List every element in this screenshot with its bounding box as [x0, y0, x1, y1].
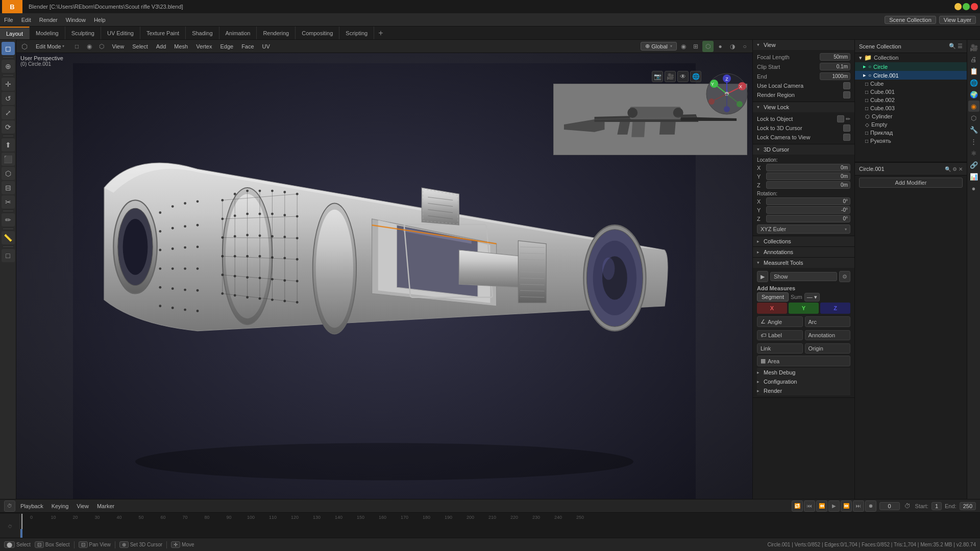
output-props-icon[interactable]: 🖨: [968, 54, 979, 65]
jump-start-btn[interactable]: ⏮: [804, 500, 815, 512]
view-layer-selector[interactable]: View Layer: [939, 16, 976, 24]
timeline-editor-type[interactable]: ⏱: [4, 500, 15, 512]
segment-btn[interactable]: Segment: [757, 292, 789, 302]
annotations-header[interactable]: ▸ Annotations: [753, 247, 854, 257]
outliner-rukoyat[interactable]: □ Рукоять: [855, 137, 967, 145]
render-region-toggle[interactable]: [843, 91, 850, 98]
gizmo-btn[interactable]: ⊞: [690, 41, 701, 52]
close-button[interactable]: [971, 3, 978, 10]
lock-to-object-toggle[interactable]: [837, 115, 844, 122]
end-frame-input[interactable]: 250: [960, 502, 976, 510]
select-tool-button[interactable]: ◻: [2, 42, 15, 55]
scene-selector[interactable]: Scene Collection: [885, 16, 936, 24]
lock-to-object-picker[interactable]: ✏: [846, 116, 850, 122]
tab-texture-paint[interactable]: Texture Paint: [140, 27, 186, 39]
outliner-filter-icon[interactable]: 🔍: [949, 43, 956, 49]
minimize-button[interactable]: [954, 3, 962, 10]
record-btn[interactable]: ⏺: [865, 500, 876, 512]
outliner-scene-collection[interactable]: ▾ 📁 Collection: [855, 53, 967, 62]
focal-length-value[interactable]: 50mm: [820, 53, 850, 61]
modifier-props-icon[interactable]: 🔧: [968, 124, 979, 135]
play-btn[interactable]: ▶: [828, 500, 840, 512]
measureit-play-btn[interactable]: ▶: [757, 271, 768, 282]
uv-menu[interactable]: UV: [259, 41, 273, 52]
cursor-z-value[interactable]: 0m: [766, 181, 850, 189]
menu-edit[interactable]: Edit: [17, 13, 35, 26]
jump-end-btn[interactable]: ⏭: [853, 500, 864, 512]
tab-compositing[interactable]: Compositing: [296, 27, 339, 39]
mesh-menu[interactable]: Mesh: [171, 41, 191, 52]
navigation-gizmo[interactable]: X Y Z: [704, 71, 750, 117]
scene-props-icon[interactable]: 🌐: [968, 77, 979, 88]
data-props-icon[interactable]: 📊: [968, 171, 979, 182]
arc-btn[interactable]: Arc: [805, 316, 851, 327]
cursor-x-value[interactable]: 0m: [766, 164, 850, 171]
angle-btn[interactable]: ∠ Angle: [757, 316, 803, 327]
edge-menu[interactable]: Edge: [217, 41, 236, 52]
particles-props-icon[interactable]: ⋮: [968, 136, 979, 147]
camera-icon[interactable]: 📷: [652, 71, 663, 82]
tab-shading[interactable]: Shading: [186, 27, 219, 39]
lock-camera-to-view-toggle[interactable]: [843, 134, 850, 141]
mesh-debug-header[interactable]: ▸ Mesh Debug: [757, 368, 850, 377]
outliner-cube-003[interactable]: □ Cube.003: [855, 104, 967, 112]
tab-sculpting[interactable]: Sculpting: [65, 27, 101, 39]
cursor-ry-value[interactable]: -0°: [766, 206, 850, 214]
measure-button[interactable]: 📏: [2, 231, 15, 244]
loop-btn[interactable]: 🔁: [792, 500, 803, 512]
current-frame-input[interactable]: 0: [879, 502, 900, 510]
rotate-tool-button[interactable]: ↺: [2, 92, 15, 105]
marker-menu[interactable]: Marker: [94, 500, 117, 512]
add-cube-button[interactable]: □: [2, 249, 15, 262]
outliner-empty[interactable]: ◇ Empty: [855, 120, 967, 129]
outliner-cylinder[interactable]: ⬡ Cylinder: [855, 112, 967, 120]
keying-menu[interactable]: Keying: [48, 500, 72, 512]
tab-modeling[interactable]: Modeling: [30, 27, 65, 39]
outliner-priklad[interactable]: □ Приклад: [855, 129, 967, 137]
annotate-button[interactable]: ✏: [2, 213, 15, 227]
clip-start-value[interactable]: 0.1m: [820, 63, 850, 70]
move-tool-button[interactable]: ✛: [2, 78, 15, 91]
z-button[interactable]: Z: [820, 303, 850, 314]
vertex-menu[interactable]: Vertex: [193, 41, 215, 52]
render-header[interactable]: ▸ Render: [757, 386, 850, 395]
render-props-icon[interactable]: 🎥: [968, 42, 979, 53]
use-local-camera-toggle[interactable]: [843, 82, 850, 89]
world-icon[interactable]: 🌐: [690, 71, 701, 82]
view-section-header[interactable]: ▸ View: [753, 40, 854, 50]
configuration-header[interactable]: ▸ Configuration: [757, 377, 850, 386]
face-menu[interactable]: Face: [238, 41, 257, 52]
start-frame-input[interactable]: 1: [932, 502, 942, 510]
cursor-section-header[interactable]: ▸ 3D Cursor: [753, 144, 854, 155]
tab-scripting[interactable]: Scripting: [339, 27, 374, 39]
area-btn[interactable]: ▦ Area: [757, 356, 850, 366]
timeline-view-menu[interactable]: View: [74, 500, 92, 512]
viewport-canvas[interactable]: User Perspective (0) Circle.001: [16, 53, 752, 499]
clip-end-value[interactable]: 1000m: [820, 72, 850, 80]
scale-tool-button[interactable]: ⤢: [2, 106, 15, 119]
outliner-circle-001[interactable]: ▸ ○ Circle.001: [855, 71, 967, 80]
constraints-props-icon[interactable]: 🔗: [968, 159, 979, 170]
menu-help[interactable]: Help: [90, 13, 110, 26]
mesh-props-icon[interactable]: ⬡: [968, 112, 979, 123]
knife-button[interactable]: ✂: [2, 195, 15, 209]
timeline-area[interactable]: ⏱ 0 10 20 30 40 50 60: [0, 512, 980, 538]
outliner-cube-002[interactable]: □ Cube.002: [855, 96, 967, 104]
global-select[interactable]: ⊕ Global ▾: [641, 42, 677, 51]
viewport[interactable]: ⬡ Edit Mode ▾ □ ◉ ⬡ View Select Add Mesh…: [16, 40, 752, 499]
extrude-button[interactable]: ⬆: [2, 138, 15, 152]
measureit-settings-btn[interactable]: ⚙: [839, 271, 850, 282]
tab-animation[interactable]: Animation: [219, 27, 257, 39]
link-btn[interactable]: Link: [757, 343, 803, 354]
inset-button[interactable]: ⬛: [2, 153, 15, 166]
label-btn[interactable]: 🏷 Label: [757, 330, 803, 340]
loop-cut-button[interactable]: ⊟: [2, 181, 15, 194]
editor-type-selector[interactable]: ⬡: [18, 41, 31, 52]
view-menu[interactable]: View: [109, 41, 128, 52]
outliner-cube[interactable]: □ Cube: [855, 80, 967, 88]
properties-search-icon[interactable]: 🔍: [945, 166, 951, 172]
maximize-button[interactable]: [963, 3, 970, 10]
select-menu[interactable]: Select: [129, 41, 151, 52]
step-fwd-btn[interactable]: ⏩: [841, 500, 852, 512]
properties-settings-icon[interactable]: ⚙: [952, 166, 957, 172]
